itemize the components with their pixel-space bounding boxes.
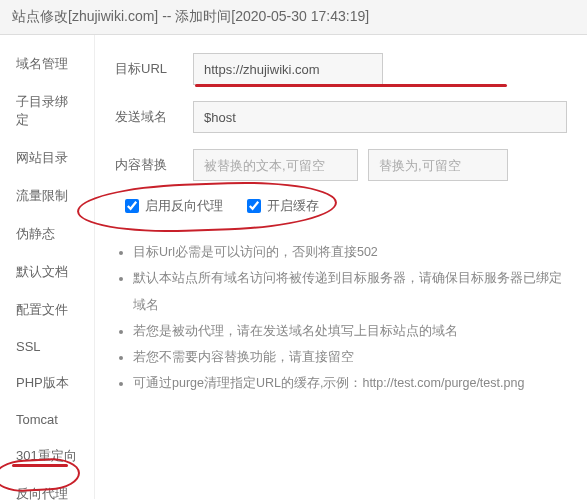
window-header: 站点修改[zhujiwiki.com] -- 添加时间[2020-05-30 1… xyxy=(0,0,587,35)
note-item: 目标Url必需是可以访问的，否则将直接502 xyxy=(133,239,567,265)
notes-list: 目标Url必需是可以访问的，否则将直接502 默认本站点所有域名访问将被传递到目… xyxy=(115,239,567,397)
sidebar-item-ssl[interactable]: SSL xyxy=(0,329,94,364)
sidebar-item-rewrite[interactable]: 伪静态 xyxy=(0,215,94,253)
main-layout: 域名管理 子目录绑定 网站目录 流量限制 伪静态 默认文档 配置文件 SSL P… xyxy=(0,35,587,499)
label-target-url: 目标URL xyxy=(115,60,193,78)
row-content-replace: 内容替换 xyxy=(115,149,567,181)
row-send-domain: 发送域名 xyxy=(115,101,567,133)
sidebar-item-reverse-proxy[interactable]: 反向代理 xyxy=(0,475,94,500)
sidebar-item-301[interactable]: 301重定向 xyxy=(0,437,94,475)
input-replace-from[interactable] xyxy=(193,149,358,181)
checkbox-enable-proxy-label: 启用反向代理 xyxy=(145,197,223,215)
input-replace-to[interactable] xyxy=(368,149,508,181)
row-checkboxes: 启用反向代理 开启缓存 xyxy=(125,197,567,215)
sidebar-item-sitedir[interactable]: 网站目录 xyxy=(0,139,94,177)
sidebar-item-traffic[interactable]: 流量限制 xyxy=(0,177,94,215)
checkbox-enable-cache[interactable]: 开启缓存 xyxy=(247,197,319,215)
note-item: 若您不需要内容替换功能，请直接留空 xyxy=(133,344,567,370)
label-send-domain: 发送域名 xyxy=(115,108,193,126)
sidebar-item-subdir[interactable]: 子目录绑定 xyxy=(0,83,94,139)
note-item: 可通过purge清理指定URL的缓存,示例：http://test.com/pu… xyxy=(133,370,567,396)
sidebar: 域名管理 子目录绑定 网站目录 流量限制 伪静态 默认文档 配置文件 SSL P… xyxy=(0,35,95,499)
annotation-underline-url xyxy=(195,84,507,87)
note-item: 默认本站点所有域名访问将被传递到目标服务器，请确保目标服务器已绑定域名 xyxy=(133,265,567,318)
sidebar-item-config[interactable]: 配置文件 xyxy=(0,291,94,329)
sidebar-item-php[interactable]: PHP版本 xyxy=(0,364,94,402)
content-panel: 目标URL 发送域名 内容替换 启用反向代理 开启缓存 xyxy=(95,35,587,499)
row-target-url: 目标URL xyxy=(115,53,567,85)
checkbox-enable-cache-label: 开启缓存 xyxy=(267,197,319,215)
checkbox-enable-proxy-input[interactable] xyxy=(125,199,139,213)
input-send-domain[interactable] xyxy=(193,101,567,133)
sidebar-item-tomcat[interactable]: Tomcat xyxy=(0,402,94,437)
window-title: 站点修改[zhujiwiki.com] -- 添加时间[2020-05-30 1… xyxy=(12,8,369,24)
annotation-underline-sidebar xyxy=(12,464,68,467)
checkbox-enable-proxy[interactable]: 启用反向代理 xyxy=(125,197,223,215)
checkbox-enable-cache-input[interactable] xyxy=(247,199,261,213)
label-content-replace: 内容替换 xyxy=(115,156,193,174)
sidebar-item-domain[interactable]: 域名管理 xyxy=(0,45,94,83)
input-target-url[interactable] xyxy=(193,53,383,85)
note-item: 若您是被动代理，请在发送域名处填写上目标站点的域名 xyxy=(133,318,567,344)
sidebar-item-defaultdoc[interactable]: 默认文档 xyxy=(0,253,94,291)
